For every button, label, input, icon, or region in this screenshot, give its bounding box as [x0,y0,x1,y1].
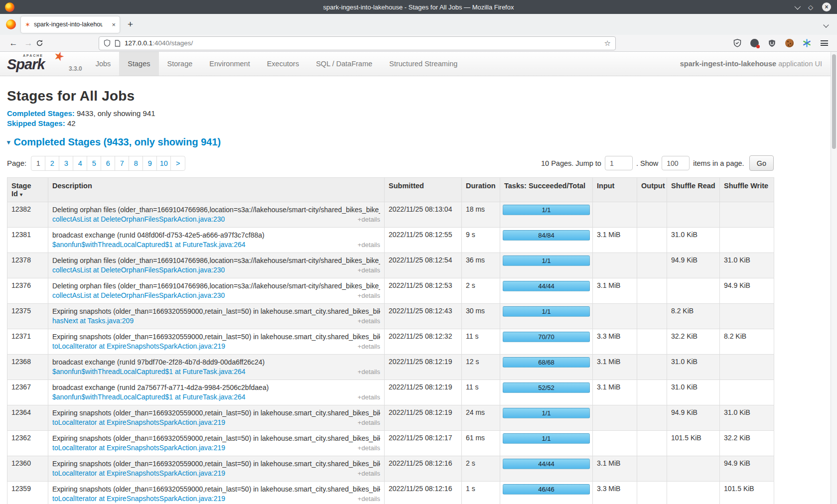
stage-callsite-link[interactable]: toLocalIterator at ExpireSnapshotsSparkA… [52,443,225,453]
stage-callsite-link[interactable]: toLocalIterator at ExpireSnapshotsSparkA… [52,342,225,351]
tab-overflow-chevron-icon[interactable] [824,20,828,29]
col-description[interactable]: Description [48,178,385,202]
stage-callsite-link[interactable]: $anonfun$withThreadLocalCaptured$1 at Fu… [52,392,246,402]
col-duration[interactable]: Duration [462,178,500,202]
page-number[interactable]: 7 [115,156,129,170]
page-number[interactable]: 1 [31,156,45,170]
details-toggle[interactable]: +details [354,494,380,504]
privacy-mask-icon[interactable] [750,38,759,48]
bookmark-star-icon[interactable]: ☆ [604,39,611,48]
output-cell [637,355,667,380]
back-button[interactable]: ← [6,38,21,48]
browser-tab[interactable]: ✶ spark-ingest-into-lakehous × [21,16,120,33]
page-info-icon[interactable] [115,40,121,47]
stage-callsite-link[interactable]: $anonfun$withThreadLocalCaptured$1 at Fu… [52,240,246,250]
page-number[interactable]: 9 [143,156,157,170]
shuffle-read-cell [667,456,720,482]
col-shuffle-write[interactable]: Shuffle Write [720,178,774,202]
go-button[interactable]: Go [749,155,774,171]
col-input[interactable]: Input [593,178,637,202]
duration-cell: 9 s [462,228,500,253]
details-toggle[interactable]: +details [354,469,380,478]
input-cell: 3.3 MiB [593,329,637,355]
tasks-cell: 1/1 [500,405,593,431]
close-button[interactable]: × [822,2,831,11]
forward-button[interactable]: → [21,38,36,48]
application-ui-label: spark-ingest-into-lakehouse application … [680,60,822,68]
nav-tab[interactable]: Stages [119,52,158,76]
stage-callsite-link[interactable]: collectAsList at DeleteOrphanFilesSparkA… [52,291,225,300]
nav-tab[interactable]: Structured Streaming [381,52,466,76]
nav-tab[interactable]: Jobs [87,52,120,76]
items-per-page-input[interactable] [662,156,690,170]
col-submitted[interactable]: Submitted [385,178,462,202]
description-cell: Deleting orphan files (older_than=166910… [48,278,385,304]
submitted-cell: 2022/11/25 08:12:43 [385,304,462,329]
menu-hamburger-icon[interactable] [820,38,829,48]
shuffle-read-cell: 32.2 KiB [667,329,720,355]
page-scrollbar[interactable] [831,52,837,504]
page-number[interactable]: 8 [129,156,143,170]
stage-callsite-link[interactable]: collectAsList at DeleteOrphanFilesSparkA… [52,265,225,275]
maximize-button[interactable]: ◇ [808,4,813,10]
stage-callsite-link[interactable]: toLocalIterator at ExpireSnapshotsSparkA… [52,469,225,478]
stage-callsite-link[interactable]: $anonfun$withThreadLocalCaptured$1 at Fu… [52,367,246,377]
minimize-button[interactable] [795,5,799,9]
details-toggle[interactable]: +details [354,443,380,453]
shuffle-write-cell: 101.5 KiB [720,482,774,504]
page-number[interactable]: 10 [157,156,171,170]
details-toggle[interactable]: +details [354,316,380,326]
url-text: 127.0.0.1:4040/stages/ [125,39,193,47]
page-number[interactable]: 2 [45,156,59,170]
url-bar[interactable]: 127.0.0.1:4040/stages/ ☆ [99,36,616,50]
page-number[interactable]: 6 [101,156,115,170]
details-toggle[interactable]: +details [354,392,380,402]
stage-callsite-link[interactable]: hasNext at Tasks.java:209 [52,316,134,326]
new-tab-button[interactable]: + [128,19,133,30]
application-name: spark-ingest-into-lakehouse [680,60,776,68]
details-toggle[interactable]: +details [354,291,380,300]
completed-stages-section-toggle[interactable]: ▾ Completed Stages (9433, only showing 9… [7,136,774,148]
col-shuffle-read[interactable]: Shuffle Read [667,178,720,202]
details-toggle[interactable]: +details [354,342,380,351]
spark-star-icon: ★ [52,52,67,65]
nav-tab[interactable]: Executors [259,52,307,76]
firefox-view-icon[interactable] [6,19,16,29]
stage-callsite-link[interactable]: toLocalIterator at ExpireSnapshotsSparkA… [52,494,225,504]
ublock-origin-icon[interactable] [767,38,777,48]
reload-button[interactable] [36,39,51,47]
description-cell: Deleting orphan files (older_than=166910… [48,253,385,278]
page-number[interactable]: 5 [87,156,101,170]
details-toggle[interactable]: +details [354,265,380,275]
cookie-manager-icon[interactable] [785,38,794,48]
spark-logo[interactable]: APACHE Spark ★ [7,53,66,74]
details-toggle[interactable]: +details [354,367,380,377]
description-cell: Expiring snapshots (older_than=166932055… [48,456,385,482]
page-number[interactable]: 3 [59,156,73,170]
page-number[interactable]: 4 [73,156,87,170]
tasks-progress-bar: 1/1 [503,205,590,215]
details-toggle[interactable]: +details [354,240,380,250]
nav-tab[interactable]: SQL / DataFrame [307,52,381,76]
tab-close-icon[interactable]: × [112,21,116,28]
next-page-button[interactable]: > [171,156,185,170]
stage-callsite-link[interactable]: collectAsList at DeleteOrphanFilesSparkA… [52,215,225,224]
submitted-cell: 2022/11/25 08:12:55 [385,228,462,253]
col-output[interactable]: Output [637,178,667,202]
shield-permissions-icon[interactable] [104,39,111,47]
colorful-asterisk-extension-icon[interactable] [802,38,812,48]
stage-callsite-link[interactable]: toLocalIterator at ExpireSnapshotsSparkA… [52,418,225,427]
col-tasks[interactable]: Tasks: Succeeded/Total [500,178,593,202]
completed-stages-value: 9433, only showing 941 [77,109,155,118]
stage-id-cell: 12367 [7,380,48,405]
details-toggle[interactable]: +details [354,418,380,427]
nav-tab[interactable]: Storage [159,52,201,76]
input-cell: 3.1 MiB [593,228,637,253]
nav-tab[interactable]: Environment [201,52,258,76]
scrollbar-thumb[interactable] [832,54,836,149]
details-toggle[interactable]: +details [354,215,380,224]
col-stage-id[interactable]: Stage Id▾ [7,178,48,202]
bitwarden-shield-icon[interactable] [732,38,742,48]
jump-to-page-input[interactable] [605,156,633,170]
sort-desc-icon: ▾ [20,192,22,197]
